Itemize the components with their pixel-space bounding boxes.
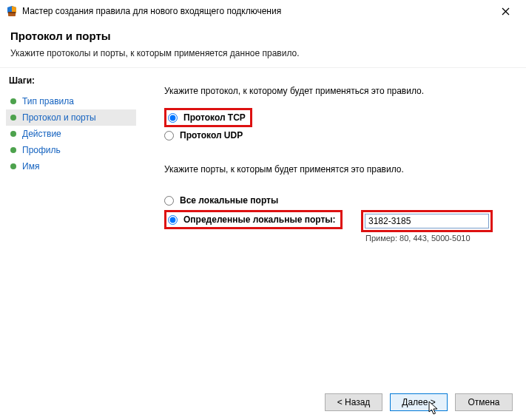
radio-specific-ports-label: Определенные локальные порты: [183, 214, 336, 225]
step-bullet-icon [10, 115, 16, 121]
back-button[interactable]: < Назад [325, 393, 382, 411]
step-action[interactable]: Действие [6, 126, 136, 142]
step-bullet-icon [10, 131, 16, 137]
svg-rect-1 [8, 12, 16, 13]
wizard-footer: < Назад Далее > Отмена [0, 385, 526, 420]
radio-tcp-label: Протокол TCP [183, 112, 246, 123]
page-title: Протокол и порты [10, 30, 516, 42]
highlight-port-input [361, 210, 493, 232]
wizard-header: Протокол и порты Укажите протоколы и пор… [0, 22, 526, 67]
firewall-shield-icon [6, 5, 18, 17]
steps-heading: Шаги: [6, 75, 136, 86]
radio-udp[interactable]: Протокол UDP [164, 129, 504, 142]
radio-all-ports-input[interactable] [164, 196, 174, 206]
steps-sidebar: Шаги: Тип правила Протокол и порты Дейст… [0, 68, 142, 392]
window-title: Мастер создания правила для нового входя… [22, 6, 490, 16]
step-rule-type[interactable]: Тип правила [6, 93, 136, 109]
radio-all-ports-label: Все локальные порты [180, 195, 278, 206]
radio-all-ports[interactable]: Все локальные порты [164, 194, 357, 207]
cancel-button[interactable]: Отмена [455, 393, 513, 411]
radio-specific-ports[interactable]: Определенные локальные порты: [168, 213, 336, 226]
step-label: Протокол и порты [22, 112, 96, 123]
step-label: Имя [22, 161, 39, 172]
radio-specific-ports-input[interactable] [168, 215, 178, 225]
step-label: Тип правила [22, 96, 74, 106]
step-bullet-icon [10, 98, 16, 104]
step-label: Действие [22, 129, 61, 139]
close-icon [502, 7, 510, 16]
main-panel: Укажите протокол, к которому будет приме… [142, 68, 526, 392]
next-button[interactable]: Далее > [390, 393, 448, 411]
content-area: Шаги: Тип правила Протокол и порты Дейст… [0, 68, 526, 392]
step-protocol-ports[interactable]: Протокол и порты [6, 109, 136, 126]
titlebar: Мастер создания правила для нового входя… [0, 0, 526, 22]
specific-ports-input[interactable] [365, 214, 489, 228]
step-name[interactable]: Имя [6, 158, 136, 175]
radio-tcp[interactable]: Протокол TCP [168, 111, 246, 124]
radio-udp-input[interactable] [164, 131, 174, 140]
step-bullet-icon [10, 147, 16, 153]
ports-intro-text: Укажите порты, к которым будет применятс… [164, 164, 504, 175]
step-label: Профиль [22, 145, 61, 155]
highlight-specific-ports: Определенные локальные порты: [164, 210, 343, 229]
page-subtitle: Укажите протоколы и порты, к которым при… [10, 48, 516, 66]
close-button[interactable] [490, 1, 520, 21]
highlight-tcp: Протокол TCP [164, 108, 252, 127]
radio-udp-label: Протокол UDP [180, 130, 243, 140]
step-profile[interactable]: Профиль [6, 142, 136, 158]
protocol-intro-text: Укажите протокол, к которому будет приме… [164, 86, 504, 96]
radio-tcp-input[interactable] [168, 113, 178, 123]
step-bullet-icon [10, 163, 16, 169]
ports-example-text: Пример: 80, 443, 5000-5010 [365, 234, 493, 243]
